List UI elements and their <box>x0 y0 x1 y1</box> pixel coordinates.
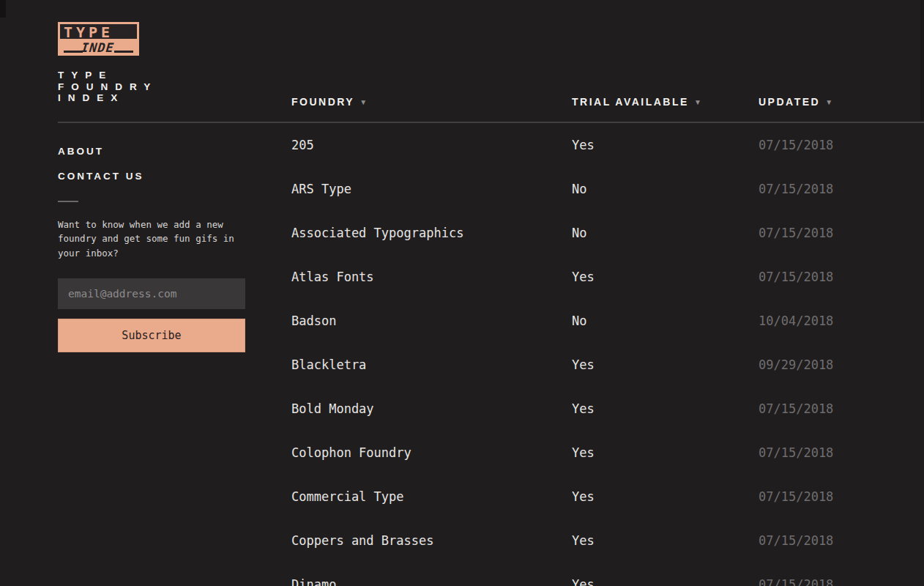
table-row: BlackletraYes09/29/2018 <box>291 343 924 387</box>
cell-trial: Yes <box>572 357 759 372</box>
sort-caret-icon: ▼ <box>694 98 701 106</box>
cell-foundry[interactable]: Coppers and Brasses <box>291 533 572 548</box>
cell-trial: No <box>572 182 759 196</box>
cell-updated: 07/15/2018 <box>759 577 924 586</box>
column-label: TRIAL AVAILABLE <box>572 96 689 108</box>
cell-foundry[interactable]: Blackletra <box>291 357 572 372</box>
column-label: FOUNDRY <box>291 96 354 108</box>
cell-updated: 09/29/2018 <box>759 357 924 372</box>
cell-updated: 10/04/2018 <box>759 314 924 328</box>
cell-updated: 07/15/2018 <box>759 138 924 152</box>
sidebar: TYPE INDE TYPE FOUNDRY INDEX ABOUT CONTA… <box>58 22 247 352</box>
cell-trial: Yes <box>572 445 759 460</box>
sort-caret-icon: ▼ <box>825 98 832 106</box>
cell-trial: Yes <box>572 533 759 548</box>
cell-updated: 07/15/2018 <box>759 489 924 504</box>
cell-trial: Yes <box>572 138 759 152</box>
column-label: UPDATED <box>759 96 820 108</box>
site-title-line: INDEX <box>58 92 247 104</box>
cell-trial: Yes <box>572 270 759 284</box>
column-header-foundry[interactable]: FOUNDRY▼ <box>291 95 572 108</box>
table-rows: 205Yes07/15/2018ARS TypeNo07/15/2018Asso… <box>291 123 924 586</box>
column-header-updated[interactable]: UPDATED▼ <box>759 95 924 108</box>
foundry-table: FOUNDRY▼ TRIAL AVAILABLE▼ UPDATED▼ 205Ye… <box>291 0 924 586</box>
site-title-line: FOUNDRY <box>58 81 247 93</box>
cell-foundry[interactable]: Colophon Foundry <box>291 445 572 460</box>
table-row: Associated TypographicsNo07/15/2018 <box>291 211 924 255</box>
type-index-logo-icon: TYPE INDE <box>58 22 139 56</box>
table-row: Bold MondayYes07/15/2018 <box>291 387 924 431</box>
table-row: Atlas FontsYes07/15/2018 <box>291 255 924 299</box>
table-row: 205Yes07/15/2018 <box>291 123 924 167</box>
cell-trial: Yes <box>572 577 759 586</box>
cell-foundry[interactable]: Atlas Fonts <box>291 270 572 284</box>
table-row: ARS TypeNo07/15/2018 <box>291 167 924 211</box>
email-input[interactable] <box>58 278 245 309</box>
subscribe-button[interactable]: Subscribe <box>58 319 245 352</box>
nav-link-contact-us[interactable]: CONTACT US <box>58 171 247 182</box>
cell-updated: 07/15/2018 <box>759 182 924 196</box>
table-row: DinamoYes07/15/2018 <box>291 563 924 586</box>
window-edge-left <box>0 0 6 18</box>
table-row: Colophon FoundryYes07/15/2018 <box>291 431 924 475</box>
site-title-line: TYPE <box>58 70 247 81</box>
site-title: TYPE FOUNDRY INDEX <box>58 70 247 104</box>
cell-updated: 07/15/2018 <box>759 401 924 416</box>
site-logo[interactable]: TYPE INDE <box>58 22 139 56</box>
table-row: Commercial TypeYes07/15/2018 <box>291 475 924 519</box>
nav-link-about[interactable]: ABOUT <box>58 146 247 157</box>
table-header-row: FOUNDRY▼ TRIAL AVAILABLE▼ UPDATED▼ <box>291 95 924 108</box>
sidebar-divider <box>58 201 78 202</box>
sort-caret-icon: ▼ <box>359 98 367 106</box>
column-header-trial-available[interactable]: TRIAL AVAILABLE▼ <box>572 95 759 108</box>
cell-updated: 07/15/2018 <box>759 270 924 284</box>
cell-updated: 07/15/2018 <box>759 226 924 240</box>
cell-updated: 07/15/2018 <box>759 533 924 548</box>
cell-trial: No <box>572 314 759 328</box>
cell-foundry[interactable]: Bold Monday <box>291 401 572 416</box>
cell-foundry[interactable]: 205 <box>291 138 572 152</box>
cell-foundry[interactable]: Dinamo <box>291 577 572 586</box>
table-row: Coppers and BrassesYes07/15/2018 <box>291 519 924 563</box>
table-row: BadsonNo10/04/2018 <box>291 299 924 343</box>
cell-foundry[interactable]: ARS Type <box>291 182 572 196</box>
cell-updated: 07/15/2018 <box>759 445 924 460</box>
cell-trial: Yes <box>572 489 759 504</box>
cell-trial: Yes <box>572 401 759 416</box>
cell-foundry[interactable]: Associated Typographics <box>291 226 572 240</box>
cell-trial: No <box>572 226 759 240</box>
svg-text:TYPE: TYPE <box>64 23 113 41</box>
newsletter-prompt: Want to know when we add a new foundry a… <box>58 218 247 261</box>
svg-text:INDE: INDE <box>79 40 116 55</box>
cell-foundry[interactable]: Commercial Type <box>291 489 572 504</box>
cell-foundry[interactable]: Badson <box>291 314 572 328</box>
